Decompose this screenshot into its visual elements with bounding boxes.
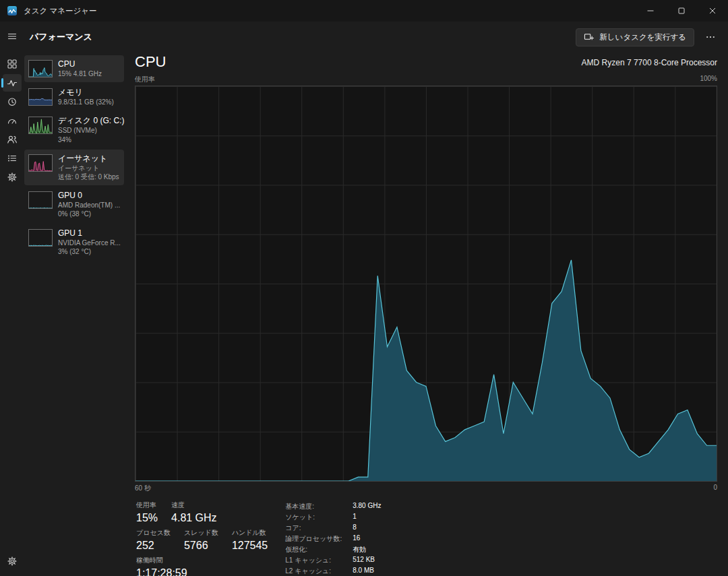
- speed-value: 4.81 GHz: [171, 512, 217, 524]
- cpu-stats: 使用率 15% 速度 4.81 GHz プロセス数 252 スレッド数 5766: [135, 501, 717, 576]
- sidebar-item-detail: 34%: [58, 135, 120, 144]
- run-new-task-button[interactable]: 新しいタスクを実行する: [576, 28, 694, 46]
- nav-app-history[interactable]: [3, 93, 22, 110]
- window-title: タスク マネージャー: [24, 6, 97, 16]
- settings-gear-icon: [7, 556, 18, 567]
- users-icon: [7, 134, 18, 145]
- detail-label: 基本速度:: [285, 502, 342, 511]
- sidebar-item-detail: 15% 4.81 GHz: [58, 69, 102, 78]
- minimize-button[interactable]: [635, 0, 666, 22]
- cpu-usage-area: [135, 86, 717, 481]
- processes-value: 252: [136, 540, 171, 552]
- sidebar-item-memory[interactable]: メモリ 9.8/31.1 GB (32%): [24, 84, 124, 110]
- nav-services[interactable]: [3, 168, 22, 186]
- sidebar-item-ethernet[interactable]: イーサネット イーサネット 送信: 0 受信: 0 Kbps: [24, 150, 124, 185]
- processes-icon: [7, 59, 18, 69]
- processes-label: プロセス数: [136, 528, 171, 538]
- page-header: パフォーマンス 新しいタスクを実行する: [24, 23, 728, 51]
- minimize-icon: [645, 5, 656, 16]
- sidebar-item-disk0[interactable]: ディスク 0 (G: C:) SSD (NVMe) 34%: [24, 112, 124, 148]
- threads-label: スレッド数: [184, 528, 218, 538]
- axis-label-100pct: 100%: [700, 75, 717, 84]
- sidebar-item-title: メモリ: [58, 88, 114, 98]
- settings-button[interactable]: [3, 552, 22, 570]
- navigation-rail: [0, 22, 24, 576]
- detail-label: 論理プロセッサ数:: [285, 534, 342, 544]
- sidebar-item-detail: 3% (32 °C): [58, 247, 120, 256]
- sidebar-item-title: イーサネット: [58, 154, 119, 164]
- gpu0-mini-chart: [28, 191, 53, 209]
- performance-sidebar: CPU 15% 4.81 GHz メモリ 9.8/31.1 GB (32%) デ…: [24, 55, 124, 261]
- handles-value: 127545: [232, 540, 268, 552]
- hamburger-icon: [7, 31, 18, 42]
- more-options-button[interactable]: [702, 30, 719, 44]
- maximize-icon: [676, 5, 687, 16]
- detail-value: 16: [353, 534, 381, 544]
- memory-mini-chart: [28, 88, 53, 106]
- cpu-performance-panel: CPU AMD Ryzen 7 7700 8-Core Processor 使用…: [135, 54, 717, 576]
- axis-label-usage: 使用率: [135, 75, 155, 84]
- nav-processes[interactable]: [3, 55, 22, 73]
- threads-value: 5766: [184, 540, 218, 552]
- cpu-usage-chart: [135, 86, 717, 482]
- sidebar-item-detail: AMD Radeon(TM) ...: [58, 201, 120, 210]
- axis-label-0: 0: [713, 484, 717, 493]
- detail-value: 1: [353, 513, 381, 522]
- sidebar-item-cpu[interactable]: CPU 15% 4.81 GHz: [24, 55, 124, 82]
- performance-icon: [7, 77, 18, 88]
- processor-name: AMD Ryzen 7 7700 8-Core Processor: [582, 58, 717, 70]
- detail-label: コア:: [285, 523, 342, 533]
- handles-label: ハンドル数: [232, 528, 268, 538]
- detail-value: 有効: [353, 545, 381, 554]
- nav-users[interactable]: [3, 131, 22, 148]
- gpu1-mini-chart: [28, 229, 53, 247]
- nav-startup-apps[interactable]: [3, 112, 22, 129]
- hamburger-menu-button[interactable]: [3, 28, 22, 45]
- usage-value: 15%: [136, 512, 158, 524]
- sidebar-item-detail: イーサネット: [58, 164, 119, 172]
- sidebar-item-gpu1[interactable]: GPU 1 NVIDIA GeForce R... 3% (32 °C): [24, 224, 124, 260]
- cpu-stats-left: 使用率 15% 速度 4.81 GHz プロセス数 252 スレッド数 5766: [136, 501, 268, 576]
- maximize-button[interactable]: [666, 0, 697, 22]
- titlebar: タスク マネージャー: [0, 0, 728, 22]
- sidebar-item-detail: 9.8/31.1 GB (32%): [58, 98, 114, 106]
- startup-apps-icon: [7, 115, 18, 126]
- sidebar-item-detail: 送信: 0 受信: 0 Kbps: [58, 172, 119, 181]
- sidebar-item-title: CPU: [58, 59, 102, 69]
- cpu-heading: CPU: [135, 54, 166, 70]
- sidebar-item-title: GPU 0: [58, 191, 120, 201]
- run-new-task-icon: [584, 32, 594, 42]
- axis-label-60s: 60 秒: [135, 484, 151, 493]
- task-manager-app-icon: [7, 5, 18, 16]
- sidebar-item-detail: SSD (NVMe): [58, 126, 120, 135]
- app-history-icon: [7, 96, 18, 107]
- sidebar-item-title: ディスク 0 (G: C:): [58, 116, 120, 126]
- detail-value: 512 KB: [353, 556, 381, 565]
- details-icon: [7, 153, 18, 164]
- close-icon: [707, 5, 718, 16]
- usage-label: 使用率: [136, 501, 158, 510]
- run-new-task-label: 新しいタスクを実行する: [599, 32, 686, 42]
- detail-label: L2 キャッシュ:: [285, 567, 342, 576]
- ellipsis-icon: [705, 32, 716, 42]
- ethernet-mini-chart: [28, 154, 53, 172]
- speed-label: 速度: [171, 501, 217, 510]
- detail-label: L1 キャッシュ:: [285, 556, 342, 565]
- cpu-mini-chart: [28, 60, 53, 77]
- nav-details[interactable]: [3, 150, 22, 167]
- detail-value: 8: [353, 523, 381, 533]
- close-button[interactable]: [697, 0, 728, 22]
- services-icon: [7, 172, 18, 183]
- detail-value: 8.0 MB: [353, 567, 381, 576]
- sidebar-item-detail: NVIDIA GeForce R...: [58, 238, 120, 247]
- detail-label: 仮想化:: [285, 545, 342, 554]
- sidebar-item-gpu0[interactable]: GPU 0 AMD Radeon(TM) ... 0% (38 °C): [24, 187, 124, 222]
- uptime-value: 1:17:28:59: [136, 567, 187, 576]
- sidebar-item-title: GPU 1: [58, 228, 120, 238]
- sidebar-item-detail: 0% (38 °C): [58, 210, 120, 218]
- nav-performance[interactable]: [3, 74, 22, 92]
- detail-label: ソケット:: [285, 513, 342, 522]
- cpu-details-list: 基本速度:3.80 GHzソケット:1コア:8論理プロセッサ数:16仮想化:有効…: [285, 501, 381, 576]
- detail-value: 3.80 GHz: [353, 502, 381, 511]
- page-title: パフォーマンス: [30, 31, 92, 43]
